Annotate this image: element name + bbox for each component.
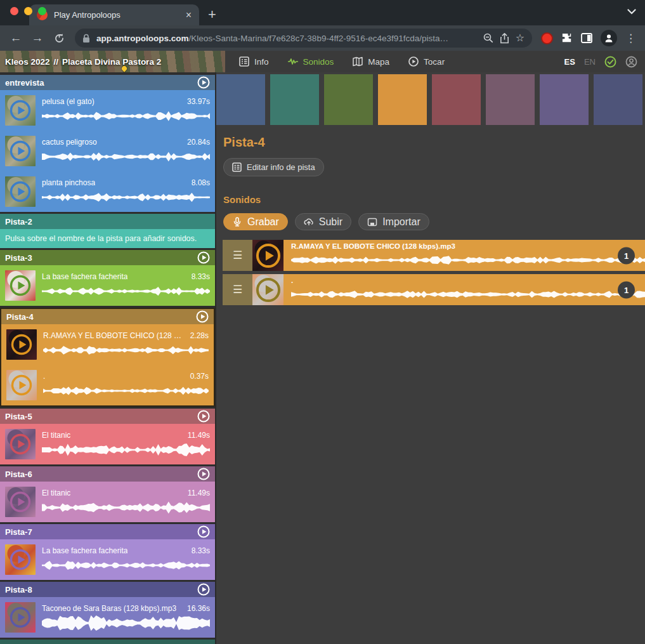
clip-thumbnail[interactable] bbox=[6, 329, 37, 360]
track-swatch-5[interactable] bbox=[432, 74, 481, 125]
track-header-pista-3[interactable]: Pista-3 bbox=[0, 250, 215, 265]
address-bar[interactable]: app.antropoloops.com/Kleos-Santa-Marina/… bbox=[75, 29, 532, 48]
nav-tocar[interactable]: Tocar bbox=[408, 56, 445, 67]
clip-thumbnail[interactable] bbox=[5, 544, 36, 575]
edit-track-info-button[interactable]: Editar info de pista bbox=[223, 158, 324, 176]
screen-record-icon[interactable] bbox=[541, 32, 553, 44]
play-circle-icon[interactable] bbox=[197, 76, 210, 89]
forward-button[interactable]: → bbox=[28, 29, 47, 48]
track-header-pista-6[interactable]: Pista-6 bbox=[0, 466, 215, 482]
nav-info[interactable]: Info bbox=[239, 56, 269, 67]
lang-en-button[interactable]: EN bbox=[584, 57, 596, 67]
importar-button[interactable]: Importar bbox=[358, 213, 429, 230]
clip-play-overlay[interactable] bbox=[5, 602, 36, 633]
side-panel-icon[interactable] bbox=[581, 33, 592, 43]
play-circle-icon[interactable] bbox=[197, 468, 210, 480]
track-swatch-8[interactable] bbox=[594, 74, 642, 125]
reload-button[interactable] bbox=[49, 29, 68, 48]
track-swatch-1[interactable] bbox=[216, 74, 265, 125]
track-swatch-2[interactable] bbox=[270, 74, 319, 125]
close-window-button[interactable] bbox=[10, 7, 18, 15]
track-header-pista-5[interactable]: Pista-5 bbox=[0, 409, 215, 424]
play-circle-icon[interactable] bbox=[10, 607, 31, 628]
track-header-entrevista[interactable]: entrevista bbox=[0, 75, 215, 90]
play-circle-icon[interactable] bbox=[10, 181, 31, 202]
sound-play-overlay[interactable] bbox=[252, 240, 283, 271]
play-circle-icon[interactable] bbox=[10, 549, 31, 570]
track-swatch-3[interactable] bbox=[324, 74, 373, 125]
browser-tab[interactable]: Play Antropoloops × bbox=[29, 4, 199, 25]
minimize-window-button[interactable] bbox=[24, 7, 32, 15]
sound-thumbnail[interactable] bbox=[252, 240, 283, 271]
track-header-pista-4[interactable]: Pista-4 bbox=[1, 309, 214, 324]
bookmark-star-icon[interactable]: ☆ bbox=[516, 33, 524, 43]
play-circle-icon[interactable] bbox=[197, 525, 210, 538]
clip-row[interactable]: cactus peligroso20.84s bbox=[0, 131, 215, 171]
clip-thumbnail[interactable] bbox=[5, 487, 36, 517]
play-circle-icon[interactable] bbox=[10, 100, 31, 121]
clip-thumbnail[interactable] bbox=[6, 370, 37, 400]
new-tab-button[interactable]: + bbox=[208, 8, 216, 22]
clip-thumbnail[interactable] bbox=[5, 136, 36, 166]
sound-row[interactable]: ☰.1 bbox=[223, 274, 645, 305]
browser-menu-icon[interactable]: ⋮ bbox=[625, 32, 636, 45]
zoom-out-icon[interactable] bbox=[483, 33, 493, 43]
track-swatch-6[interactable] bbox=[486, 74, 535, 125]
share-icon[interactable] bbox=[500, 33, 509, 44]
track-swatch-7[interactable] bbox=[540, 74, 589, 125]
tab-close-icon[interactable]: × bbox=[186, 10, 192, 20]
clip-row[interactable]: R.AMAYA Y EL BOBOTE CHICO (128 kbps)....… bbox=[1, 324, 214, 365]
sound-body[interactable]: .1 bbox=[283, 274, 645, 305]
clip-row[interactable]: Taconeo de Sara Baras (128 kbps).mp316.3… bbox=[0, 597, 215, 638]
lang-es-button[interactable]: ES bbox=[564, 57, 575, 67]
clip-row[interactable]: .0.37s bbox=[1, 365, 214, 405]
track-header-pista-2[interactable]: Pista-2 bbox=[0, 214, 215, 229]
clip-row[interactable]: planta pinchosa8.08s bbox=[0, 171, 215, 212]
play-circle-icon[interactable] bbox=[10, 140, 31, 162]
clip-play-overlay[interactable] bbox=[5, 136, 36, 166]
grabar-button[interactable]: Grabar bbox=[223, 213, 288, 230]
clip-play-overlay[interactable] bbox=[5, 176, 36, 207]
sound-body[interactable]: R.AMAYA Y EL BOBOTE CHICO (128 kbps).mp3… bbox=[283, 240, 645, 271]
sound-thumbnail[interactable] bbox=[252, 274, 283, 305]
clip-play-overlay[interactable] bbox=[5, 487, 36, 517]
drag-handle-icon[interactable]: ☰ bbox=[223, 274, 252, 305]
back-button[interactable]: ← bbox=[6, 29, 25, 48]
clip-play-overlay[interactable] bbox=[6, 370, 37, 400]
nav-mapa[interactable]: Mapa bbox=[353, 56, 389, 67]
check-circle-icon[interactable] bbox=[604, 56, 616, 68]
clip-thumbnail[interactable] bbox=[5, 270, 36, 301]
play-circle-icon[interactable] bbox=[196, 310, 209, 323]
play-circle-icon[interactable] bbox=[10, 491, 31, 513]
clip-play-overlay[interactable] bbox=[5, 95, 36, 126]
clip-row[interactable]: pelusa (el gato)33.97s bbox=[0, 90, 215, 131]
clip-row[interactable]: La base fachera facherita8.33s bbox=[0, 539, 215, 580]
sound-play-overlay[interactable] bbox=[252, 274, 283, 305]
track-header-pista-8[interactable]: Pista-8 bbox=[0, 582, 215, 597]
play-circle-icon[interactable] bbox=[256, 277, 281, 303]
play-circle-icon[interactable] bbox=[197, 410, 210, 423]
play-circle-icon[interactable] bbox=[256, 243, 281, 268]
clip-thumbnail[interactable] bbox=[5, 95, 36, 126]
zoom-window-button[interactable] bbox=[38, 7, 46, 15]
play-circle-icon[interactable] bbox=[11, 334, 32, 355]
extensions-puzzle-icon[interactable] bbox=[561, 32, 573, 44]
tab-search-chevron-icon[interactable] bbox=[627, 9, 636, 15]
clip-thumbnail[interactable] bbox=[5, 602, 36, 633]
breadcrumb-piece[interactable]: Placeta Divina Pastora 2 bbox=[62, 57, 161, 67]
track-swatch-4-selected[interactable] bbox=[378, 74, 427, 125]
clip-row[interactable]: La base fachera facherita8.33s bbox=[0, 265, 215, 306]
sound-row[interactable]: ☰R.AMAYA Y EL BOBOTE CHICO (128 kbps).mp… bbox=[223, 240, 645, 271]
nav-sonidos[interactable]: Sonidos bbox=[288, 56, 334, 67]
account-icon[interactable] bbox=[625, 56, 637, 68]
play-circle-icon[interactable] bbox=[10, 275, 31, 296]
subir-button[interactable]: Subir bbox=[295, 213, 351, 230]
clip-play-overlay[interactable] bbox=[5, 429, 36, 459]
clip-row[interactable]: El titanic11.49s bbox=[0, 482, 215, 522]
play-circle-icon[interactable] bbox=[197, 583, 210, 596]
clip-play-overlay[interactable] bbox=[5, 544, 36, 575]
clip-row[interactable]: El titanic11.49s bbox=[0, 424, 215, 464]
play-circle-icon[interactable] bbox=[197, 251, 210, 264]
track-header-pista-7[interactable]: Pista-7 bbox=[0, 524, 215, 539]
breadcrumb[interactable]: Kleos 2022 // Placeta Divina Pastora 2 bbox=[0, 51, 225, 72]
